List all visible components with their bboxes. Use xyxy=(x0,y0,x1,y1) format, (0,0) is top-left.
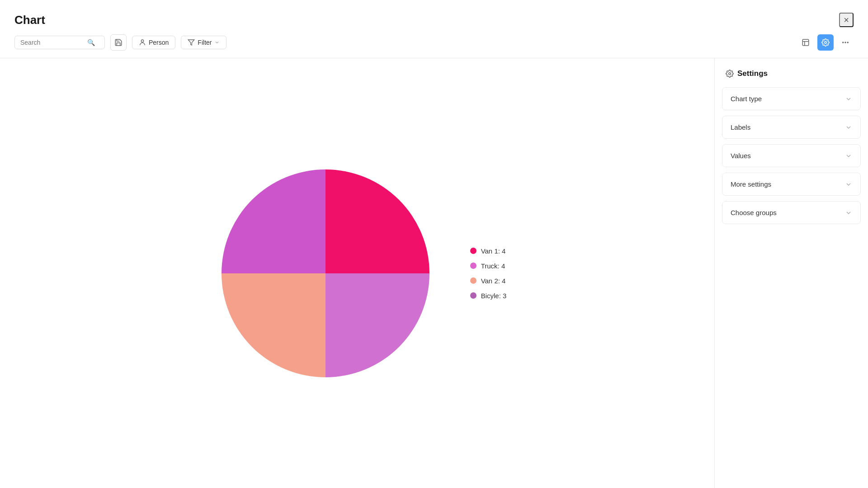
labels-label: Labels xyxy=(731,123,750,131)
save-button[interactable] xyxy=(110,34,127,51)
choose-groups-chevron-icon xyxy=(845,209,852,216)
chart-type-chevron-icon xyxy=(845,95,852,103)
values-chevron-icon xyxy=(845,152,852,160)
segment-van1 xyxy=(326,169,429,273)
person-label: Person xyxy=(149,39,169,46)
chart-wrapper: Van 1: 4 Truck: 4 Van 2: 4 Bicyle: 3 xyxy=(208,142,507,404)
values-label: Values xyxy=(731,152,751,160)
filter-icon xyxy=(188,39,195,46)
choose-groups-header[interactable]: Choose groups xyxy=(722,202,860,224)
values-header[interactable]: Values xyxy=(722,145,860,167)
header: Chart × xyxy=(0,0,868,27)
settings-section-labels: Labels xyxy=(722,116,861,139)
labels-chevron-icon xyxy=(845,124,852,131)
main-content: Van 1: 4 Truck: 4 Van 2: 4 Bicyle: 3 xyxy=(0,58,868,488)
search-icon[interactable]: 🔍 xyxy=(87,39,95,46)
svg-point-9 xyxy=(729,73,731,75)
segment-van2 xyxy=(222,273,326,377)
minimize-button[interactable] xyxy=(797,34,814,51)
chart-area: Van 1: 4 Truck: 4 Van 2: 4 Bicyle: 3 xyxy=(0,58,714,488)
settings-header: Settings xyxy=(715,69,868,87)
settings-section-chart-type: Chart type xyxy=(722,87,861,110)
settings-title: Settings xyxy=(737,69,768,78)
svg-rect-2 xyxy=(802,39,809,46)
legend-item-van1: Van 1: 4 xyxy=(470,247,507,255)
legend-item-truck: Truck: 4 xyxy=(470,262,507,270)
settings-section-groups: Choose groups xyxy=(722,201,861,224)
legend-label-bicyle: Bicyle: 3 xyxy=(481,292,507,300)
segment-bicyle xyxy=(326,273,429,377)
save-icon xyxy=(114,38,123,47)
segment-truck xyxy=(222,169,326,273)
legend-item-bicyle: Bicyle: 3 xyxy=(470,292,507,300)
legend-dot-bicyle xyxy=(470,292,476,299)
more-settings-chevron-icon xyxy=(845,181,852,188)
svg-point-0 xyxy=(141,40,143,42)
search-box[interactable]: 🔍 xyxy=(14,36,105,49)
more-icon xyxy=(841,38,849,47)
svg-point-5 xyxy=(825,42,827,44)
legend-label-van1: Van 1: 4 xyxy=(481,247,506,255)
more-button[interactable] xyxy=(837,34,854,51)
settings-toolbar-icon xyxy=(821,38,830,47)
legend-label-truck: Truck: 4 xyxy=(481,262,505,270)
legend-label-van2: Van 2: 4 xyxy=(481,277,506,285)
more-settings-header[interactable]: More settings xyxy=(722,173,860,195)
svg-point-7 xyxy=(845,42,846,43)
svg-point-8 xyxy=(848,42,849,43)
filter-chevron-icon xyxy=(214,40,220,45)
legend-dot-truck xyxy=(470,263,476,269)
toolbar-right xyxy=(797,34,854,51)
chart-type-label: Chart type xyxy=(731,95,762,103)
app-container: Chart × 🔍 Person Filter xyxy=(0,0,868,488)
chart-legend: Van 1: 4 Truck: 4 Van 2: 4 Bicyle: 3 xyxy=(470,247,507,300)
legend-dot-van2 xyxy=(470,277,476,284)
filter-label: Filter xyxy=(198,39,212,46)
settings-panel: Settings Chart type Labels xyxy=(714,58,868,488)
settings-section-more: More settings xyxy=(722,173,861,196)
toolbar: 🔍 Person Filter xyxy=(0,27,868,58)
page-title: Chart xyxy=(14,13,45,27)
svg-marker-1 xyxy=(189,40,194,45)
close-button[interactable]: × xyxy=(839,13,854,27)
legend-item-van2: Van 2: 4 xyxy=(470,277,507,285)
legend-dot-van1 xyxy=(470,248,476,254)
chart-type-header[interactable]: Chart type xyxy=(722,88,860,110)
settings-toolbar-button[interactable] xyxy=(817,34,834,51)
svg-point-6 xyxy=(843,42,844,43)
settings-section-values: Values xyxy=(722,144,861,167)
more-settings-label: More settings xyxy=(731,180,771,188)
person-icon xyxy=(139,39,146,46)
choose-groups-label: Choose groups xyxy=(731,209,777,216)
person-button[interactable]: Person xyxy=(132,36,175,49)
pie-chart xyxy=(208,142,443,404)
filter-button[interactable]: Filter xyxy=(181,36,226,49)
search-input[interactable] xyxy=(20,39,84,46)
minimize-icon xyxy=(802,38,810,47)
labels-header[interactable]: Labels xyxy=(722,116,860,138)
settings-gear-icon xyxy=(726,70,734,78)
